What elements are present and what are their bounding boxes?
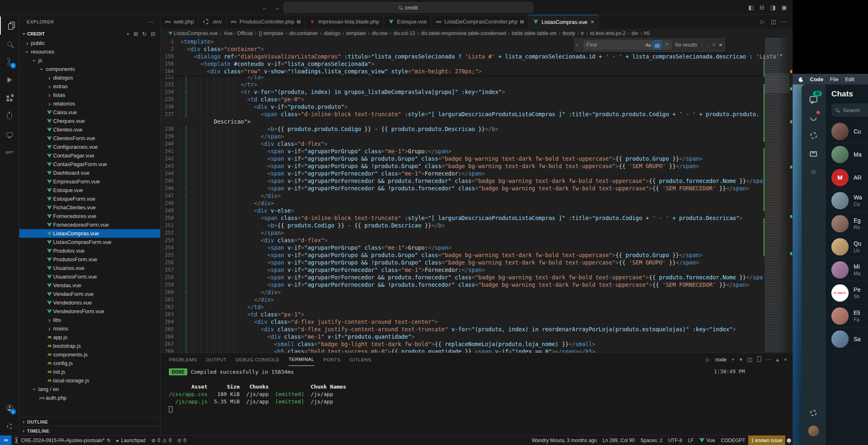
refresh-icon[interactable]: ↻ — [142, 31, 147, 37]
close-find-icon[interactable]: × — [719, 42, 722, 48]
toggle-sidebar-icon[interactable]: ◧ — [749, 4, 754, 11]
panel-more-icon[interactable]: ⋯ — [766, 356, 771, 363]
tree-item[interactable]: Configuracoes.vue — [19, 143, 160, 151]
chat-list-item[interactable]: PLANETA Pe Sh — [831, 281, 868, 304]
activitybar-codegpt[interactable]: GPT — [0, 143, 19, 162]
code-line[interactable]: 264 <div class="d-flex justify-content-a… — [161, 318, 763, 326]
tree-item[interactable]: Clientes.vue — [19, 125, 160, 134]
menu-edit[interactable]: Edit — [845, 76, 854, 82]
code-line[interactable]: 263 <td class="px-1"> — [161, 311, 763, 318]
tree-item[interactable]: listas — [19, 91, 160, 99]
code-line[interactable]: 267 <small class="badge bg-light text-da… — [161, 340, 763, 348]
editor-more-actions-icon[interactable]: ⋯ — [782, 19, 787, 25]
code-line[interactable]: 255 <span v-if="agruparPorGrupo && produ… — [161, 251, 763, 259]
breadcrumb-item[interactable]: div — [632, 30, 644, 36]
tree-item[interactable]: lang / en — [19, 385, 160, 393]
whole-word-icon[interactable]: ab — [653, 41, 661, 49]
find-next-icon[interactable]: ↓ — [707, 42, 709, 48]
code-line[interactable]: 245 <span v-if="agruparPorFornecedor && … — [161, 177, 763, 185]
terminal-shell-label[interactable]: node — [715, 357, 727, 363]
tree-item[interactable]: UsuariosForm.vue — [19, 272, 160, 281]
tree-item[interactable]: components — [19, 65, 160, 73]
tree-item[interactable]: bootstrap.js — [19, 342, 160, 350]
terminal-output[interactable]: 1:38:49 PM DONE Compiled successfully in… — [161, 366, 793, 435]
chat-list-item[interactable]: Mi Ma — [831, 258, 868, 281]
sync-icon[interactable]: ↻ — [107, 438, 111, 443]
tree-item[interactable]: ClientesForm.vue — [19, 134, 160, 143]
regex-icon[interactable]: .* — [662, 41, 670, 49]
activitybar-remote[interactable] — [0, 125, 19, 143]
activitybar-settings[interactable] — [0, 417, 19, 435]
tree-item[interactable]: FichaClientes.vue — [19, 203, 160, 212]
toggle-replace-icon[interactable]: › — [574, 38, 580, 52]
find-input[interactable]: Find Aa ab .* — [583, 40, 672, 50]
section-timeline[interactable]: ›TIMELINE — [19, 426, 160, 435]
code-line[interactable]: 261 </div> — [161, 296, 763, 303]
code-line[interactable]: 262 </td> — [161, 303, 763, 311]
find-in-selection-icon[interactable]: ≡ — [712, 42, 716, 48]
chat-list-item[interactable]: Cu — [831, 120, 868, 143]
remote-indicator[interactable]: >< — [0, 436, 12, 445]
tree-item[interactable]: js — [19, 56, 160, 65]
collapse-all-icon[interactable]: ⊟ — [151, 31, 155, 37]
tree-item[interactable]: config.js — [19, 359, 160, 368]
activitybar-testing[interactable] — [0, 107, 19, 125]
minimap[interactable] — [765, 38, 789, 353]
toggle-secondary-sidebar-icon[interactable]: ◨ — [770, 4, 776, 11]
tree-item[interactable]: Fornecedores.vue — [19, 212, 160, 220]
menu-file[interactable]: File — [830, 76, 839, 82]
tree-item[interactable]: Produtos.vue — [19, 246, 160, 255]
activitybar-search[interactable] — [0, 35, 19, 53]
code-line[interactable]: 246 <span v-if="agruparPorFornecedor && … — [161, 185, 763, 192]
find-previous-icon[interactable]: ↑ — [700, 42, 703, 48]
code-line[interactable]: 235 <td class="pe-0"> — [161, 96, 763, 103]
launchpad-item[interactable]: ▸ Launchpad — [114, 436, 148, 445]
eol-item[interactable]: LF — [685, 436, 697, 445]
code-line[interactable]: 242 <span v-if="agruparPorGrupo && produ… — [161, 155, 763, 162]
tree-item[interactable]: ContasPagarForm.vue — [19, 160, 160, 169]
codegpt-item[interactable]: CODEGPT — [718, 436, 748, 445]
breadcrumb-item[interactable]: Vue - Official — [224, 30, 259, 36]
code-line[interactable]: 259 <span v-if="agruparPorFornecedor && … — [161, 281, 763, 288]
chat-list-item[interactable]: Qu Lic — [831, 235, 868, 258]
panel-tab[interactable]: PORTS — [323, 353, 341, 366]
tree-item[interactable]: app.js — [19, 333, 160, 342]
match-case-icon[interactable]: Aa — [644, 41, 652, 49]
activitybar-run-debug[interactable] — [0, 71, 19, 89]
code-line[interactable]: Descricao"> — [161, 118, 763, 125]
code-line[interactable]: 251 <b>{{ produto.Codigo }} - {{ produto… — [161, 222, 763, 229]
editor-tab[interactable]: Estoque.vue — [384, 15, 431, 28]
breadcrumb-item[interactable]: tbody — [562, 30, 581, 36]
code-editor[interactable]: 232 </td>233 </tr>234 <tr v-for="(produt… — [161, 38, 793, 353]
breadcrumb-item[interactable]: {} template — [259, 30, 289, 36]
explorer-more-actions-icon[interactable]: ⋯ — [148, 19, 154, 25]
editor-tab[interactable]: ListasCompras.vue × — [528, 15, 598, 28]
chat-rail-item[interactable] — [802, 422, 826, 440]
tree-item[interactable]: extras — [19, 82, 160, 91]
close-panel-icon[interactable]: × — [784, 356, 787, 363]
close-tab-icon[interactable]: × — [591, 19, 594, 25]
tree-item[interactable]: auth.php — [19, 393, 160, 402]
chat-list-item[interactable]: Eli Fa — [831, 304, 868, 328]
minimap-slider[interactable] — [765, 73, 789, 93]
run-icon[interactable]: ▷ — [761, 19, 765, 25]
tree-item[interactable]: VendedoresForm.vue — [19, 307, 160, 316]
code-line[interactable]: 256 <span v-if="agruparPorGrupo && !prod… — [161, 259, 763, 266]
indentation-item[interactable]: Spaces: 2 — [637, 436, 665, 445]
tree-item[interactable]: EstoqueForm.vue — [19, 194, 160, 203]
code-lines[interactable]: 232 </td>233 </tr>234 <tr v-for="(produt… — [161, 38, 763, 353]
code-line[interactable]: 239 </span> — [161, 133, 763, 140]
breadcrumb-item[interactable]: div.container — [289, 30, 324, 36]
code-line[interactable]: 234 <tr v-for="(produto, index) in grupo… — [161, 88, 763, 96]
split-editor-icon[interactable]: ◫ — [771, 19, 776, 25]
tree-item[interactable]: Vendas.vue — [19, 281, 160, 290]
chat-rail-item[interactable] — [802, 404, 826, 422]
tree-item[interactable]: ContasPagar.vue — [19, 151, 160, 160]
breadcrumb-item[interactable]: dialogo — [324, 30, 346, 36]
customize-layout-icon[interactable]: ▣ — [782, 4, 787, 11]
activitybar-explorer[interactable] — [0, 16, 19, 35]
encoding-item[interactable]: UTF-8 — [665, 436, 685, 445]
chat-list-item[interactable]: Ma — [831, 143, 868, 166]
ports-item[interactable]: ⊙ 0 — [175, 436, 189, 445]
activitybar-accounts[interactable]: 1 — [0, 399, 19, 417]
